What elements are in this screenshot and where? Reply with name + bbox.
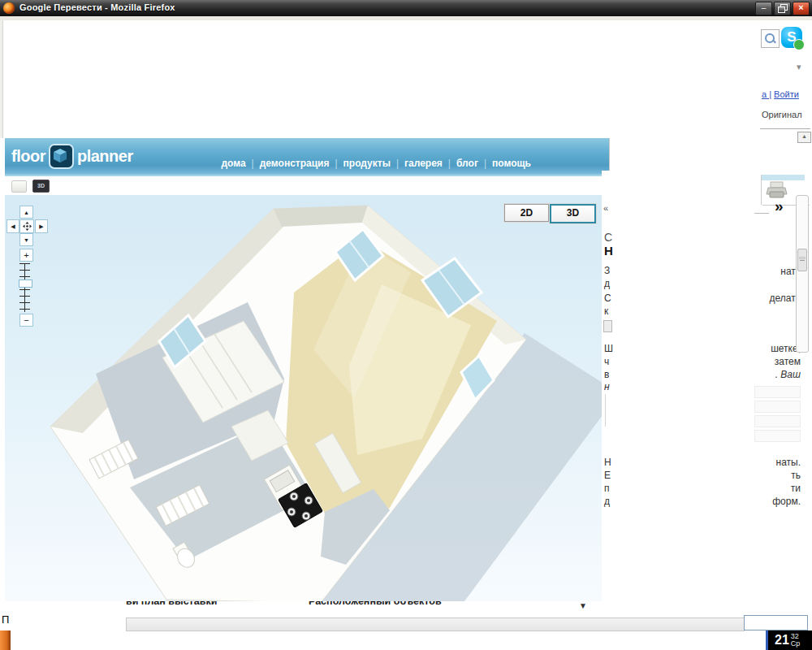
tab-plan[interactable]: ви план выставки [126,601,264,611]
menu-strip [0,16,812,20]
text-fragment: ч [604,356,609,367]
text-fragment: Н [604,457,611,468]
floorplanner-bottombar: ви план выставки Расположенный объектов … [5,601,609,619]
tab-objects[interactable]: Расположенный объектов [309,601,503,611]
text-fragment: Е [604,470,611,481]
browser-chrome-edge [0,20,3,138]
text-fragment: форм. [772,496,801,507]
search-icon-button[interactable] [761,29,780,48]
text-fragment: . Ваш [775,369,801,380]
text-fragment: Н [604,244,613,258]
clock-hours: 21 [775,633,789,648]
view-3d-button[interactable]: 3D [550,204,596,223]
floorplanner-toolbar: 3D [5,176,609,195]
text-fragment: наты. [776,457,801,468]
floor-page-icon[interactable] [11,180,27,193]
text-fragment: в [604,369,609,380]
window-controls: – × [755,2,810,15]
status-text-fragment: П [2,613,9,626]
close-button[interactable]: × [793,2,810,15]
panel-blue-strip [761,175,805,180]
skype-icon[interactable]: S [781,27,802,48]
text-fragment: д [604,278,610,289]
floorplan-3d-view [5,195,609,601]
window-title: Google Перевести - Mozilla Firefox [19,2,175,12]
window-titlebar[interactable]: Google Перевести - Mozilla Firefox – × [0,0,812,17]
clipped-input-fragment [603,320,612,332]
firefox-icon [3,2,15,14]
floorplanner-nav: дома| демонстрация| продукты| галерея| б… [221,158,531,169]
search-icon-handle [772,40,776,44]
bottom-text-input[interactable] [744,615,808,630]
restore-button[interactable] [774,2,791,15]
nav-item-home[interactable]: дома [221,158,245,169]
text-fragment: п [604,483,610,494]
collapse-left-glyph[interactable]: « [603,203,608,213]
zoom-out-button[interactable]: − [19,314,33,327]
scrollbar-thumb[interactable] [797,249,807,271]
nav-separator: | [448,158,451,169]
text-fragment: ти [791,483,801,494]
move-icon [23,222,32,231]
floorplan-canvas[interactable]: ▲ ◀ ▶ ▼ + − 2D 3D [5,195,609,601]
panel-scrollbar[interactable] [796,195,809,353]
nav-separator: | [335,158,337,169]
nav-item-help[interactable]: помощь [492,158,531,169]
taskbar-clock: 21 32 Ср [768,630,812,650]
account-links: а | Войти [762,89,799,99]
help-panel: « » С Н З нату д С делать к Ш шетке, ч з… [602,171,811,619]
collapse-up-button[interactable]: ▴ [797,132,811,143]
faint-form-row [754,430,801,442]
faint-form-row [754,401,801,413]
panel-divider [760,128,810,129]
text-fragment: затем [775,356,801,367]
screen: { "titlebar": { "title": "Google Перевес… [0,0,812,650]
text-fragment: н [604,381,610,392]
faint-form-row [754,415,801,427]
nav-item-products[interactable]: продукты [343,158,391,169]
login-link[interactable]: Войти [774,89,799,99]
nav-item-gallery[interactable]: галерея [404,158,443,169]
pan-down-button[interactable]: ▼ [19,233,33,246]
skype-status-badge [793,39,805,50]
zoom-in-button[interactable]: + [19,249,33,262]
nav-item-demo[interactable]: демонстрация [260,158,330,169]
nav-separator: | [484,158,486,169]
floor-3d-thumb-icon[interactable]: 3D [32,180,50,193]
zoom-slider-track[interactable] [19,263,30,312]
pan-left-button[interactable]: ◀ [6,219,19,233]
logo-text-floor: floor [11,147,45,166]
caret-down-icon[interactable]: ▼ [579,601,587,610]
floorplanner-cube-icon [49,144,74,169]
minimize-button[interactable]: – [755,2,772,15]
text-fragment: С [604,231,612,244]
floorplanner-frame: floor planner дома| демонстрация| продук… [5,138,610,619]
dropdown-caret-icon[interactable]: ▾ [797,62,801,72]
floorplanner-header: floor planner дома| демонстрация| продук… [5,138,609,176]
pan-center-button[interactable] [19,219,34,233]
text-fragment: к [604,306,608,317]
pan-right-button[interactable]: ▶ [35,219,48,233]
nav-item-blog[interactable]: блог [456,158,478,169]
text-fragment: ть [791,470,801,481]
nav-separator: | [396,158,399,169]
zoom-slider-handle[interactable] [19,280,32,288]
text-fragment: Ш [604,343,613,354]
clock-day: Ср [791,640,801,648]
text-fragment: д [604,496,610,507]
pan-up-button[interactable]: ▲ [19,206,33,219]
underscore-line [754,213,769,214]
taskbar-start-fragment[interactable] [0,630,11,650]
text-fragment: С [604,292,611,304]
view-2d-button[interactable]: 2D [504,204,549,222]
original-label[interactable]: Оригинал [762,110,802,119]
floorplanner-logo[interactable]: floor planner [11,144,133,169]
expand-right-glyph[interactable]: » [775,197,784,215]
nav-separator: | [252,158,254,169]
text-fragment: З [604,265,610,276]
faint-form-row [754,386,801,398]
register-link-fragment[interactable]: а | [762,89,771,99]
panel-vline [761,175,762,205]
clipped-line [605,394,606,427]
bottom-gray-bar [126,618,745,631]
